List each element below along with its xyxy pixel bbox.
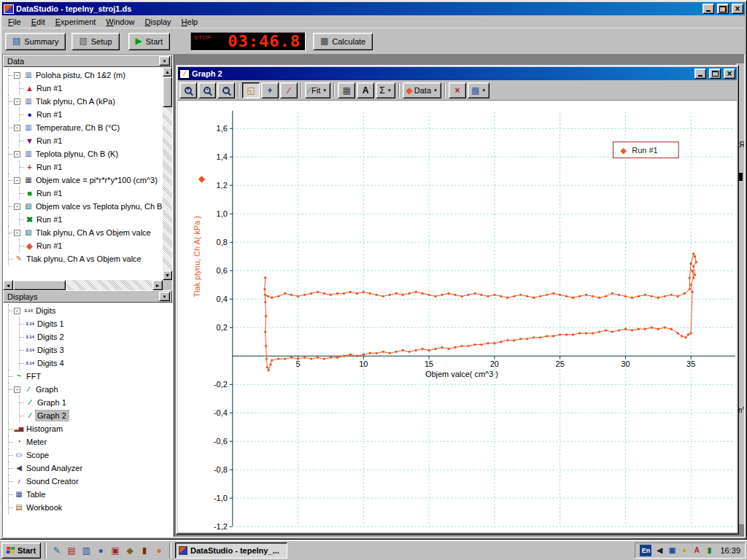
data-panel-header[interactable]: Data ▼ [3,55,172,67]
volume-icon[interactable]: ◀ [654,546,665,554]
menu-display[interactable]: Display [140,16,177,28]
data-source-objem-valce-pi-r-r-y-100-cm-3[interactable]: -▦Objem valce = pi*r*r*y*100 (cm^3) [9,174,163,187]
minimize-button[interactable] [703,4,714,14]
run-item[interactable]: ■Run #1 [20,187,163,200]
data-source-tlak-plynu-ch-a-vs-objem-valce[interactable]: -▧Tlak plynu, Ch A vs Objem valce [9,226,163,239]
data-source-tlak-plynu-ch-a-kpa[interactable]: -▥Tlak plynu, Ch A (kPa) [9,95,163,108]
display-item-digits-2[interactable]: 3.14Digits 2 [20,330,172,343]
collapse-toggle[interactable]: - [14,72,20,79]
quick-launch-4[interactable]: ● [94,544,107,557]
hscroll-trough[interactable] [66,280,152,290]
setup-button[interactable]: ▧ Setup [71,33,119,50]
quick-launch-1[interactable]: ✎ [50,544,63,557]
quick-launch-7[interactable]: ▮ [138,544,151,557]
calculator-button[interactable]: ▦ [338,82,355,98]
menu-experiment[interactable]: Experiment [50,16,101,28]
start-run-button[interactable]: ▶ Start [128,33,170,50]
statistics-button[interactable]: Σ▼ [376,82,395,98]
display-item-sound-analyzer[interactable]: ◀Sound Analyzer [9,462,172,475]
network-icon[interactable]: ▮ [704,546,714,554]
run-item[interactable]: +Run #1 [20,160,163,174]
text-annotation-button[interactable]: A [357,82,374,98]
antivirus-icon[interactable]: A [692,546,702,554]
display-item-digits-4[interactable]: 3.14Digits 4 [20,357,172,370]
data-tree-vscrollbar[interactable]: ▲ ▼ [163,67,172,280]
close-button[interactable]: × [732,4,743,14]
calculate-button[interactable]: ▦ Calculate [313,33,373,50]
menu-help[interactable]: Help [177,16,204,28]
display-item-fft[interactable]: ~FFT [9,370,172,383]
fit-menu-button[interactable]: ∕Fit▼ [305,82,330,98]
scroll-left-button[interactable]: ◄ [3,280,13,290]
collapse-toggle[interactable]: - [14,151,20,158]
display-item-graph-2[interactable]: ∕Graph 2 [20,409,172,422]
data-panel-menu-button[interactable]: ▼ [159,56,170,66]
display-item-digits-1[interactable]: 3.14Digits 1 [20,317,172,330]
run-item[interactable]: ◆Run #1 [20,239,163,252]
display-item-graph-1[interactable]: ∕Graph 1 [20,396,172,409]
quick-launch-2[interactable]: ▤ [65,544,78,557]
display-item-workbook[interactable]: ▤Workbook [9,501,172,514]
scroll-right-button[interactable]: ► [152,280,163,290]
summary-button[interactable]: ▤ Summary [5,33,66,50]
run-item[interactable]: ●Run #1 [20,108,163,121]
display-icon[interactable]: ▣ [667,546,677,554]
graph-settings-button[interactable]: ▦▼ [468,82,489,98]
data-source-tlak-plynu-ch-a-vs-objem-valce[interactable]: ✎Tlak plynu, Ch A vs Objem valce [9,252,163,265]
scroll-down-button[interactable]: ▼ [163,271,172,280]
quick-launch-6[interactable]: ◆ [123,544,136,557]
zoom-in-button[interactable]: + [179,82,197,98]
graph-maximize-button[interactable] [709,69,721,79]
scale-to-fit-button[interactable]: ◱ [242,82,260,98]
data-source-temperature-ch-b-c[interactable]: -▥Temperature, Ch B (°C) [9,121,163,134]
collapse-toggle[interactable]: - [14,98,20,105]
menu-file[interactable]: File [3,16,26,28]
display-item-histogram[interactable]: ▂▅Histogram [9,422,172,435]
display-item-meter[interactable]: ◔Meter [9,435,172,448]
chart-legend[interactable]: ◆Run #1 [613,142,678,158]
scheduler-icon[interactable]: ● [679,546,689,554]
slope-tool-button[interactable]: ∕ [280,82,298,98]
collapse-toggle[interactable]: - [14,386,20,393]
hscroll-thumb[interactable] [13,280,66,290]
display-item-digits[interactable]: -3.14Digits [9,304,172,317]
zoom-select-button[interactable]: ▫ [217,82,235,98]
vscroll-thumb[interactable] [163,77,172,107]
start-menu-button[interactable]: Start [1,542,41,559]
chart[interactable]: 1,61,41,21,00,80,60,40,2-0,2-0,4-0,6-0,8… [178,101,737,532]
graph-minimize-button[interactable] [694,69,706,79]
display-item-table[interactable]: ▦Table [9,488,172,501]
title-bar[interactable]: DataStudio - tepelny_stroj1.ds × [2,2,745,15]
menu-edit[interactable]: Edit [26,16,50,28]
collapse-toggle[interactable]: - [14,177,20,184]
data-menu-button[interactable]: ◆Data▼ [403,82,441,98]
collapse-toggle[interactable]: - [14,230,20,236]
display-item-scope[interactable]: ▭Scope [9,448,172,462]
display-item-digits-3[interactable]: 3.14Digits 3 [20,343,172,357]
displays-panel-menu-button[interactable]: ▼ [159,292,170,301]
data-source-poloha-pistu-ch-1-2-m[interactable]: -▥Poloha pistu, Ch 1&2 (m) [9,69,163,82]
data-source-objem-valce-vs-teplota-plynu-ch-b[interactable]: -▧Objem valce vs Teplota plynu, Ch B [9,200,163,213]
collapse-toggle[interactable]: - [14,203,20,210]
collapse-toggle[interactable]: - [14,125,20,131]
restore-button[interactable] [717,4,729,14]
graph-window-title-bar[interactable]: ∕ Graph 2 × [178,67,737,80]
menu-window[interactable]: Window [101,16,139,28]
zoom-out-button[interactable]: - [198,82,216,98]
run-item[interactable]: ▲Run #1 [20,82,163,95]
data-tree-hscrollbar[interactable]: ◄ ► [3,280,172,290]
scroll-up-button[interactable]: ▲ [163,67,172,77]
displays-panel-header[interactable]: Displays ▼ [3,290,172,303]
run-item[interactable]: ▼Run #1 [20,134,163,147]
quick-launch-3[interactable]: ▥ [80,544,93,557]
run-item[interactable]: ✖Run #1 [20,213,163,226]
chart-area[interactable]: 1,61,41,21,00,80,60,40,2-0,2-0,4-0,6-0,8… [178,100,737,532]
smart-tool-button[interactable]: + [261,82,279,98]
quick-launch-8[interactable]: ● [152,544,166,557]
display-item-sound-creator[interactable]: ♪Sound Creator [9,475,172,488]
data-source-teplota-plynu-ch-b-k[interactable]: -▥Teplota plynu, Ch B (K) [9,147,163,160]
display-item-graph[interactable]: -∕Graph [9,383,172,396]
graph-close-button[interactable]: × [724,69,735,79]
y-axis-run-indicator[interactable]: ◆ [198,174,206,184]
remove-button[interactable]: × [449,82,466,98]
